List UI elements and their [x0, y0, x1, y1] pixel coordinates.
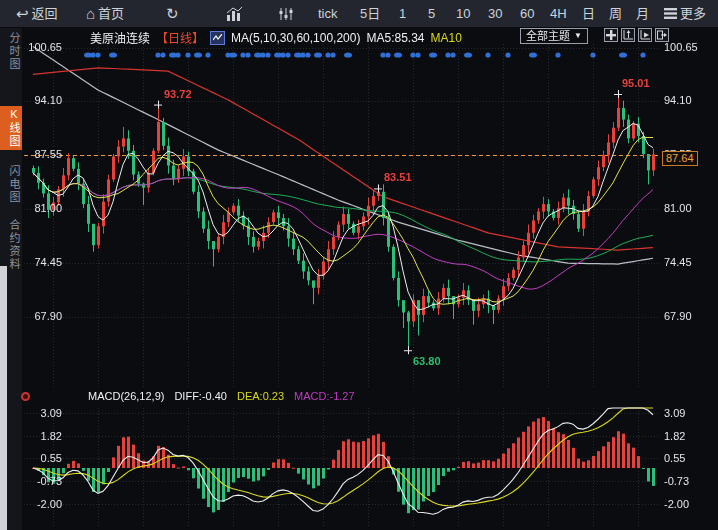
- chart-type-button[interactable]: [226, 0, 243, 27]
- axis-up-icon: [623, 30, 633, 40]
- y-axis-zoom-button[interactable]: [621, 28, 635, 42]
- back-button[interactable]: ↩ 返回: [16, 0, 58, 27]
- crosshair-button[interactable]: [604, 28, 618, 42]
- ma10-value: MA10: [431, 31, 462, 45]
- app-window: ↩ 返回 ⌂ 首页 ↻: [0, 0, 718, 530]
- price-tick-label: 100.65: [20, 41, 62, 53]
- chevron-down-icon: ▼: [574, 29, 582, 43]
- period-day-button[interactable]: 日: [582, 0, 595, 27]
- period-week-button[interactable]: 周: [609, 0, 622, 27]
- axis-right-icon: [640, 30, 650, 40]
- chart-header: 美原油连续 【日线】 MA(5,10,30,60,100,200) MA5:85…: [90, 29, 462, 46]
- macd-tick-label: 1.82: [664, 430, 714, 442]
- macd-diff-value: DIFF:-0.40: [174, 390, 227, 402]
- arrow-out-icon: [657, 30, 667, 40]
- macd-dea-value: DEA:0.23: [237, 390, 284, 402]
- tick-period-button[interactable]: tick: [318, 0, 338, 27]
- indicator-settings-button[interactable]: [278, 0, 294, 27]
- period-month-button[interactable]: 月: [636, 0, 649, 27]
- period-10m-button[interactable]: 10: [456, 0, 470, 27]
- chart-canvas[interactable]: [0, 0, 718, 530]
- macd-tick-label: -0.73: [20, 475, 62, 487]
- tick-label: tick: [318, 0, 338, 27]
- period-tag: 【日线】: [156, 29, 204, 46]
- theme-dropdown[interactable]: 全部主题 ▼: [520, 28, 588, 44]
- price-tick-label: 74.45: [20, 256, 62, 268]
- price-tick-label: 94.10: [664, 94, 714, 106]
- high-annotation: 83.51: [384, 171, 412, 183]
- macd-tick-label: -0.73: [664, 475, 714, 487]
- price-tick-label: 94.10: [20, 94, 62, 106]
- period-30m-button[interactable]: 30: [488, 0, 502, 27]
- back-arrow-icon: ↩: [16, 0, 29, 27]
- more-label: 更多: [680, 0, 706, 27]
- period-5d-button[interactable]: 5日: [360, 0, 380, 27]
- refresh-button[interactable]: ↻: [166, 0, 179, 27]
- home-icon: ⌂: [86, 0, 95, 27]
- price-tick-label: 87.55: [20, 148, 62, 160]
- macd-tick-label: 0.55: [20, 452, 62, 464]
- macd-macd-value: MACD:-1.27: [294, 390, 355, 402]
- ma-chart-icon: [210, 31, 225, 45]
- instrument-name: 美原油连续: [90, 29, 150, 46]
- price-tick-label: 81.00: [664, 202, 714, 214]
- home-button[interactable]: ⌂ 首页: [86, 0, 124, 27]
- sidebar-tab-kline[interactable]: K线图: [0, 106, 22, 150]
- high-annotation: 93.72: [164, 88, 192, 100]
- price-tick-label: 67.90: [20, 310, 62, 322]
- macd-tick-label: 1.82: [20, 430, 62, 442]
- left-edge-scrollbar[interactable]: [0, 266, 7, 530]
- macd-tick-label: -2.00: [664, 498, 714, 510]
- sidebar-tab-timeline[interactable]: 分时图: [0, 30, 22, 73]
- home-label: 首页: [98, 0, 124, 27]
- price-tick-label: 67.90: [664, 310, 714, 322]
- price-tick-label: 81.00: [20, 202, 62, 214]
- sidebar-tab-flash[interactable]: 闪电图: [0, 163, 22, 206]
- ma-settings-label: MA(5,10,30,60,100,200): [231, 31, 360, 45]
- period-60m-button[interactable]: 60: [520, 0, 534, 27]
- price-tick-label: 100.65: [664, 41, 714, 53]
- macd-header: MACD(26,12,9) DIFF:-0.40 DEA:0.23 MACD:-…: [88, 390, 355, 402]
- red-marker-icon[interactable]: [21, 392, 30, 401]
- period-4h-button[interactable]: 4H: [550, 0, 567, 27]
- bar-chart-icon: [226, 7, 243, 21]
- refresh-icon: ↻: [166, 0, 179, 27]
- ma5-value: MA5:85.34: [366, 31, 424, 45]
- low-annotation: 63.80: [413, 355, 441, 367]
- theme-dropdown-label: 全部主题: [526, 29, 570, 43]
- macd-tick-label: 3.09: [20, 407, 62, 419]
- sidebar-tab-contract-info[interactable]: 合约资料: [0, 217, 22, 273]
- back-label: 返回: [32, 0, 58, 27]
- price-tick-label: 74.45: [664, 256, 714, 268]
- hamburger-icon: [664, 8, 677, 19]
- high-annotation: 95.01: [622, 77, 650, 89]
- sliders-icon: [278, 7, 294, 21]
- more-button[interactable]: 更多: [664, 0, 706, 27]
- macd-tick-label: -2.00: [20, 498, 62, 510]
- period-5m-button[interactable]: 5: [428, 0, 435, 27]
- last-price-badge: 87.64: [662, 151, 698, 166]
- x-axis-zoom-button[interactable]: [638, 28, 652, 42]
- macd-tick-label: 0.55: [664, 452, 714, 464]
- page-forward-button[interactable]: [655, 28, 669, 42]
- period-1m-button[interactable]: 1: [399, 0, 406, 27]
- crosshair-icon: [606, 30, 616, 40]
- macd-tick-label: 3.09: [664, 407, 714, 419]
- top-toolbar: ↩ 返回 ⌂ 首页 ↻: [0, 0, 718, 28]
- macd-params-label: MACD(26,12,9): [88, 390, 164, 402]
